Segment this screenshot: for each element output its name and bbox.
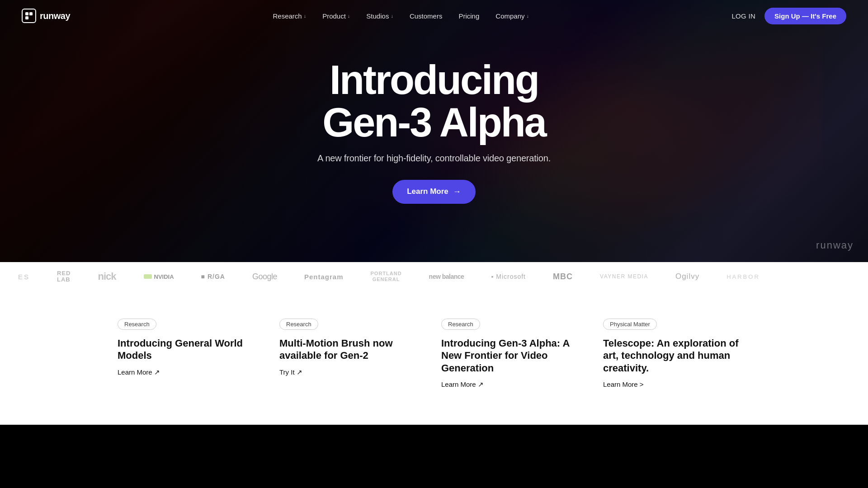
logo[interactable]: runway xyxy=(22,9,70,23)
nav-actions: LOG IN Sign Up — It's Free xyxy=(731,8,846,24)
card-tag-0: Research xyxy=(118,319,156,330)
logo-microsoft: ▪ Microsoft xyxy=(491,273,526,280)
nav-links: Research ↓ Product ↓ Studios ↓ Customers… xyxy=(273,12,529,20)
card-link-1[interactable]: Try It ↗ xyxy=(279,368,302,376)
logo-rga: ■ R/GA xyxy=(201,273,225,280)
login-button[interactable]: LOG IN xyxy=(731,12,755,20)
card-title-3: Telescope: An exploration of art, techno… xyxy=(603,337,750,375)
nav-studios[interactable]: Studios ↓ xyxy=(366,12,393,20)
logos-band: ES REDLAB nick NVIDIA ■ R/GA Google Pent… xyxy=(0,262,868,291)
logo-icon xyxy=(22,9,36,23)
logo-es: ES xyxy=(18,273,30,281)
hero-section: Introducing Gen-3 Alpha A new frontier f… xyxy=(0,0,868,262)
card-2: Research Introducing Gen-3 Alpha: A New … xyxy=(441,319,589,389)
logo-pentagram: Pentagram xyxy=(304,273,344,281)
chevron-down-icon: ↓ xyxy=(391,13,393,19)
card-tag-1: Research xyxy=(279,319,318,330)
nav-pricing[interactable]: Pricing xyxy=(458,12,479,20)
logo-nvidia: NVIDIA xyxy=(143,272,174,281)
hero-cta-button[interactable]: Learn More → xyxy=(392,180,476,204)
card-link-0[interactable]: Learn More ↗ xyxy=(118,368,160,376)
logo-nick: nick xyxy=(98,271,116,282)
hero-title: Introducing Gen-3 Alpha xyxy=(317,59,551,144)
card-title-0: Introducing General World Models xyxy=(118,337,265,362)
card-title-2: Introducing Gen-3 Alpha: A New Frontier … xyxy=(441,337,589,375)
logo-text: runway xyxy=(40,11,70,21)
logo-portland: PORTLANDGENERAL xyxy=(371,271,402,282)
logo-google: Google xyxy=(252,272,277,282)
card-link-2[interactable]: Learn More ↗ xyxy=(441,380,484,388)
cards-grid: Research Introducing General World Model… xyxy=(118,319,750,389)
hero-content: Introducing Gen-3 Alpha A new frontier f… xyxy=(317,59,551,204)
nav-customers[interactable]: Customers xyxy=(410,12,443,20)
logo-redlab: REDLAB xyxy=(57,270,71,283)
hero-watermark: runway xyxy=(816,239,854,251)
nav-research[interactable]: Research ↓ xyxy=(273,12,306,20)
hero-subtitle: A new frontier for high-fidelity, contro… xyxy=(317,153,551,164)
card-1: Research Multi-Motion Brush now availabl… xyxy=(279,319,427,389)
card-link-3[interactable]: Learn More > xyxy=(603,380,644,388)
card-0: Research Introducing General World Model… xyxy=(118,319,265,389)
chevron-down-icon: ↓ xyxy=(527,13,529,19)
svg-rect-1 xyxy=(29,12,33,15)
chevron-down-icon: ↓ xyxy=(348,13,350,19)
nav-company[interactable]: Company ↓ xyxy=(495,12,529,20)
logo-harbor: HARBOR xyxy=(726,273,760,280)
logo-vaynermedia: VAYNER MEDIA xyxy=(600,273,648,280)
signup-button[interactable]: Sign Up — It's Free xyxy=(764,8,846,24)
card-title-1: Multi-Motion Brush now available for Gen… xyxy=(279,337,427,362)
svg-rect-0 xyxy=(25,12,28,15)
logo-mbc: MBC xyxy=(553,272,573,282)
nav-product[interactable]: Product ↓ xyxy=(322,12,350,20)
svg-rect-3 xyxy=(144,274,152,279)
logo-ogilvy: Ogilvy xyxy=(675,272,699,281)
logos-inner: ES REDLAB nick NVIDIA ■ R/GA Google Pent… xyxy=(0,270,868,283)
cards-section: Research Introducing General World Model… xyxy=(0,291,868,425)
chevron-down-icon: ↓ xyxy=(304,13,307,19)
card-3: Physical Matter Telescope: An exploratio… xyxy=(603,319,750,389)
card-tag-2: Research xyxy=(441,319,480,330)
logo-newbalance: new balance xyxy=(429,273,464,280)
main-nav: runway Research ↓ Product ↓ Studios ↓ Cu… xyxy=(0,0,868,32)
card-tag-3: Physical Matter xyxy=(603,319,657,330)
arrow-icon: → xyxy=(453,187,461,197)
svg-rect-2 xyxy=(25,16,28,19)
